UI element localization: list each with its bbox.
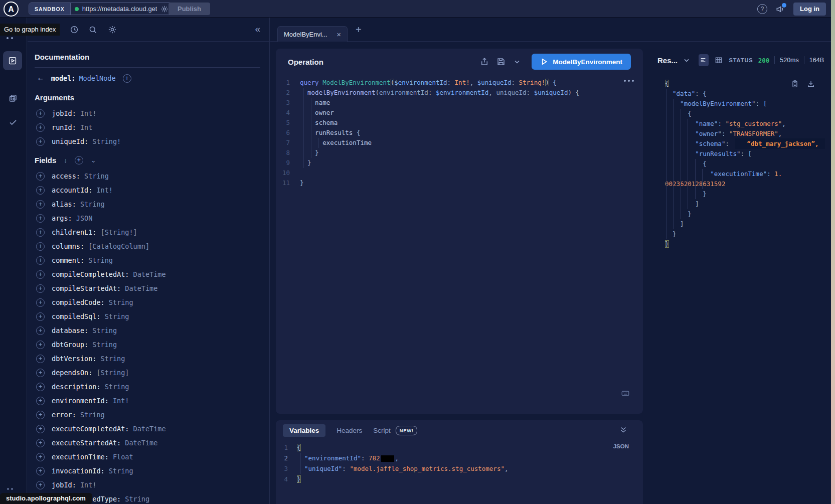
graphql-editor[interactable]: 1query ModelByEnvironment($environmentId… [276, 75, 643, 414]
code-line[interactable]: "name": "stg_customers", [665, 119, 826, 129]
add-field-icon[interactable]: + [36, 341, 45, 349]
variables-editor[interactable]: 1{2 "environmentId": 782,3 "uniqueId": "… [276, 442, 643, 504]
add-field-icon[interactable]: + [36, 397, 45, 405]
add-field-icon[interactable]: + [36, 481, 45, 489]
tab-variables[interactable]: Variables [283, 424, 325, 437]
code-line[interactable]: "schema": “dbt_mary_jackson”, [665, 139, 826, 149]
save-operation-icon[interactable] [496, 57, 506, 66]
code-line[interactable]: ] [665, 199, 826, 209]
field-type[interactable]: Int! [76, 109, 97, 117]
tab-modelbyenvironment[interactable]: ModelByEnvi... × [277, 26, 348, 42]
chevron-down-icon[interactable]: ⌄ [91, 156, 96, 164]
response-json[interactable]: { "data": { "modelByEnvironment": [ { "n… [665, 79, 826, 504]
field-type[interactable]: [CatalogColumn] [84, 242, 149, 250]
add-field-icon[interactable]: + [36, 383, 45, 391]
code-line[interactable]: "modelByEnvironment": [ [665, 99, 826, 109]
collapse-panel-icon[interactable]: « [255, 24, 260, 35]
login-button[interactable]: Log in [793, 3, 826, 16]
code-line[interactable]: 3 name [276, 98, 643, 108]
field-type[interactable]: [String!] [96, 228, 137, 236]
code-line[interactable]: 5 schema [276, 118, 643, 128]
field-type[interactable]: String [76, 200, 105, 208]
field-type[interactable]: String [76, 411, 105, 419]
add-field-icon[interactable]: + [36, 439, 45, 447]
code-line[interactable]: } [665, 239, 826, 249]
code-line[interactable]: } [665, 189, 826, 199]
field-type[interactable]: Int! [76, 481, 97, 489]
field-type[interactable]: String [105, 298, 133, 306]
add-field-icon[interactable]: + [36, 186, 45, 195]
field-type[interactable]: Int! [109, 397, 129, 405]
code-line[interactable]: 0023620128631592 [665, 179, 826, 189]
code-line[interactable]: 8 } [276, 148, 643, 158]
code-line[interactable]: "owner": "TRANSFORMER", [665, 129, 826, 139]
code-line[interactable]: 10 [276, 168, 643, 178]
add-field-icon[interactable]: + [36, 467, 45, 475]
code-line[interactable]: 1query ModelByEnvironment($environmentId… [276, 78, 643, 88]
code-line[interactable]: } [665, 229, 826, 239]
publish-button[interactable]: Publish [169, 3, 210, 15]
add-type-icon[interactable]: + [123, 74, 131, 83]
response-title[interactable]: Res... [657, 56, 678, 65]
schema-nav-item[interactable] [9, 94, 18, 103]
sort-icon[interactable]: ↓ [64, 156, 67, 164]
code-line[interactable]: { [665, 109, 826, 119]
close-tab-icon[interactable]: × [337, 30, 341, 39]
code-line[interactable]: "runResults": [ [665, 149, 826, 159]
checklist-nav-item[interactable] [9, 118, 18, 127]
endpoint-url-field[interactable]: https://metadata.cloud.get [71, 3, 177, 15]
back-arrow-icon[interactable]: ← [38, 74, 43, 83]
code-line[interactable]: 3 "uniqueId": "model.jaffle_shop_metrics… [276, 463, 643, 474]
code-line[interactable]: } [665, 209, 826, 219]
code-line[interactable]: { [665, 79, 826, 89]
field-type[interactable]: String [80, 172, 109, 180]
tree-view-toggle[interactable] [699, 54, 709, 66]
tab-script[interactable]: Script [373, 427, 391, 434]
field-type[interactable]: String [101, 312, 129, 320]
response-dropdown-chevron-icon[interactable] [683, 56, 691, 64]
settings-gear-icon[interactable] [108, 25, 117, 34]
code-line[interactable]: ] [665, 219, 826, 229]
code-line[interactable]: 2 "environmentId": 782, [276, 453, 643, 463]
field-type[interactable]: Float [109, 453, 133, 461]
add-field-icon[interactable]: + [36, 214, 45, 223]
add-field-icon[interactable]: + [36, 242, 45, 251]
new-tab-icon[interactable]: + [356, 24, 362, 36]
add-all-fields-icon[interactable]: + [75, 156, 83, 164]
code-line[interactable]: 9 } [276, 158, 643, 168]
tab-headers[interactable]: Headers [337, 427, 362, 434]
add-field-icon[interactable]: + [36, 137, 45, 146]
announcements-icon[interactable] [776, 5, 785, 14]
add-field-icon[interactable]: + [36, 284, 45, 293]
share-operation-icon[interactable] [480, 57, 489, 66]
field-type[interactable]: String [88, 341, 117, 349]
endpoint-settings-gear-icon[interactable] [160, 5, 169, 13]
code-line[interactable]: 7 executionTime [276, 138, 643, 148]
field-type[interactable]: Int! [92, 186, 113, 194]
explorer-nav-item[interactable] [3, 51, 22, 70]
code-line[interactable]: 2 modelByEnvironment(environmentId: $env… [276, 88, 643, 98]
add-field-icon[interactable]: + [36, 228, 45, 237]
add-field-icon[interactable]: + [36, 312, 45, 321]
field-type[interactable]: String [105, 467, 133, 475]
field-type[interactable]: String [88, 326, 117, 334]
run-operation-button[interactable]: ModelByEnvironment [532, 54, 631, 70]
search-icon[interactable] [88, 25, 97, 34]
field-type[interactable]: DateTime [121, 284, 157, 292]
add-field-icon[interactable]: + [36, 425, 45, 433]
add-field-icon[interactable]: + [36, 355, 45, 363]
add-field-icon[interactable]: + [36, 256, 45, 265]
table-view-toggle[interactable] [714, 54, 724, 66]
field-type[interactable]: Int [76, 123, 93, 131]
add-field-icon[interactable]: + [36, 369, 45, 377]
field-type[interactable]: String [96, 355, 125, 363]
code-line[interactable]: 4} [276, 474, 643, 484]
keyboard-shortcuts-icon[interactable] [621, 389, 630, 398]
field-type[interactable]: String [121, 495, 149, 503]
code-line[interactable]: 11} [276, 178, 643, 188]
endpoint-url[interactable]: https://metadata.cloud.get [82, 5, 157, 13]
add-field-icon[interactable]: + [36, 326, 45, 335]
breadcrumb-type[interactable]: ModelNode [79, 74, 115, 82]
field-type[interactable]: String! [88, 137, 121, 145]
add-field-icon[interactable]: + [36, 172, 45, 181]
